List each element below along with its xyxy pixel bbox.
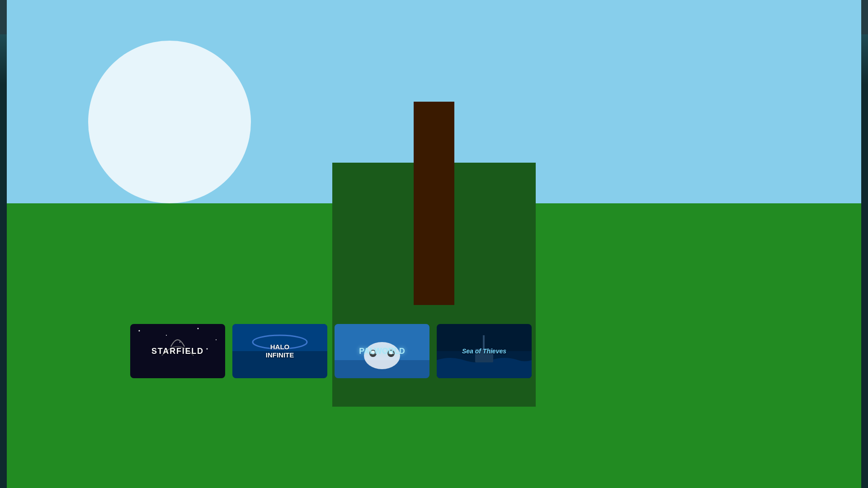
popular-card-palworld[interactable]: PALWORLD	[335, 324, 429, 378]
svg-point-72	[198, 328, 199, 329]
popular-card-1[interactable]	[28, 324, 123, 378]
svg-point-75	[207, 348, 208, 350]
popular-games-row: STARFIELD HALOINFINITE	[28, 324, 840, 378]
popular-card-starfield[interactable]: STARFIELD	[130, 324, 225, 378]
popular-card-sot-art: Sea of Thieves	[437, 324, 532, 378]
popular-card-starfield-art: STARFIELD	[130, 324, 225, 378]
popular-card-halo-art: HALOINFINITE	[232, 324, 327, 378]
svg-point-71	[166, 335, 167, 336]
svg-point-76	[179, 342, 180, 343]
popular-card-palworld-art: PALWORLD	[335, 324, 429, 378]
popular-section: Most popular on cloud	[0, 300, 868, 378]
popular-card-halo[interactable]: HALOINFINITE	[232, 324, 327, 378]
halo-label: HALOINFINITE	[266, 343, 294, 359]
svg-rect-65	[28, 324, 123, 378]
palworld-label: PALWORLD	[359, 347, 405, 356]
svg-point-70	[139, 330, 140, 332]
popular-card-sot[interactable]: Sea of Thieves	[437, 324, 532, 378]
starfield-label: STARFIELD	[151, 347, 204, 356]
svg-point-73	[216, 339, 217, 340]
popular-card-1-art	[28, 324, 123, 378]
sot-label: Sea of Thieves	[462, 347, 506, 355]
